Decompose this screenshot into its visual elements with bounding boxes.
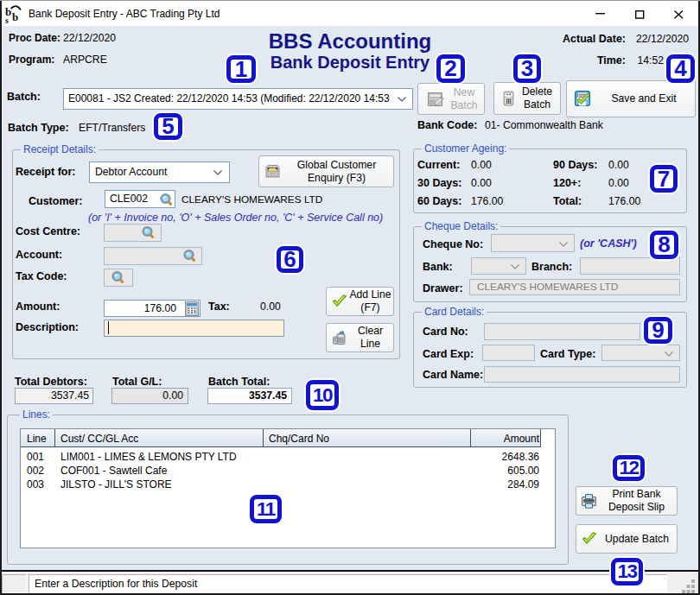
svg-text:s: s xyxy=(5,16,9,24)
svg-text:b: b xyxy=(12,10,18,23)
